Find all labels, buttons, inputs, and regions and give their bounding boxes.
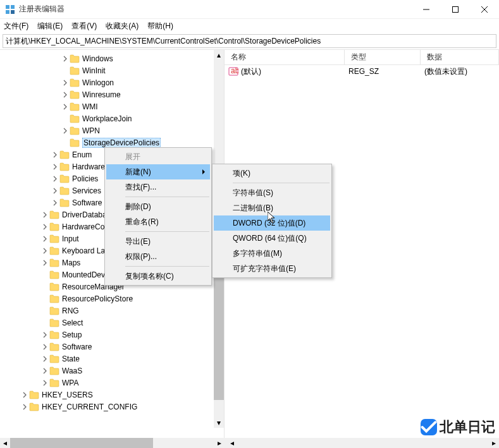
tree-item[interactable]: Software	[0, 341, 224, 353]
menu-item[interactable]: 导出(E)	[106, 234, 210, 249]
expander-icon[interactable]	[51, 162, 59, 171]
menu-item-label: QWORD (64 位)值(Q)	[233, 233, 307, 244]
menu-item[interactable]: 字符串值(S)	[214, 185, 330, 200]
app-icon	[5, 4, 15, 15]
watermark: 北单日记	[421, 418, 495, 437]
tree-item-label: Maps	[62, 258, 80, 267]
tree-item[interactable]: WMI	[0, 100, 224, 112]
folder-icon	[29, 390, 39, 399]
values-scrollbar-horizontal[interactable]: ◂ ▸	[227, 438, 499, 448]
menu-item[interactable]: 新建(N)	[106, 164, 210, 179]
menu-item[interactable]: 查找(F)...	[106, 179, 210, 195]
menu-item[interactable]: 权限(P)...	[106, 249, 210, 264]
expander-icon[interactable]	[61, 54, 70, 63]
folder-icon	[49, 246, 59, 255]
expander-icon[interactable]	[40, 330, 49, 339]
menu-item[interactable]: QWORD (64 位)值(Q)	[214, 231, 330, 246]
tree-item[interactable]: State	[0, 353, 224, 365]
expander-icon[interactable]	[51, 174, 59, 183]
menu-view[interactable]: 查看(V)	[71, 21, 97, 32]
expander-icon[interactable]	[40, 366, 49, 375]
expander-icon[interactable]	[51, 198, 59, 207]
tree-item[interactable]: Setup	[0, 329, 224, 341]
expander-icon[interactable]	[40, 234, 49, 243]
tree-item[interactable]: WPN	[0, 124, 224, 136]
tree-item-label: WPA	[62, 378, 78, 387]
expander-icon[interactable]	[61, 90, 70, 99]
folder-icon	[49, 294, 59, 303]
menu-item-label: 字符串值(S)	[233, 188, 273, 198]
menu-item[interactable]: 可扩充字符串值(E)	[214, 261, 330, 276]
tree-item-label: DriverDataba	[62, 210, 107, 219]
menu-item[interactable]: 项(K)	[214, 166, 330, 181]
tree-item[interactable]: Winresume	[0, 88, 224, 100]
expander-icon[interactable]	[40, 246, 49, 255]
menu-item[interactable]: 删除(D)	[106, 199, 210, 214]
expander-none	[40, 294, 49, 303]
tree-item[interactable]: HKEY_CURRENT_CONFIG	[0, 401, 224, 413]
folder-icon	[49, 378, 59, 387]
horizontal-scrollbars: ◂ ▸ ◂ ▸	[0, 438, 499, 448]
folder-icon	[70, 54, 80, 63]
expander-icon[interactable]	[51, 150, 59, 159]
menu-item[interactable]: 多字符串值(M)	[214, 246, 330, 261]
column-name[interactable]: 名称	[225, 50, 345, 64]
menu-item-label: 复制项名称(C)	[125, 271, 174, 282]
tree-item[interactable]: WorkplaceJoin	[0, 112, 224, 124]
tree-item[interactable]: WaaS	[0, 365, 224, 377]
column-data[interactable]: 数据	[421, 50, 499, 64]
expander-icon[interactable]	[40, 378, 49, 387]
expander-icon[interactable]	[40, 354, 49, 363]
expander-icon[interactable]	[20, 390, 29, 399]
menu-edit[interactable]: 编辑(E)	[37, 21, 63, 32]
tree-item[interactable]: Windows	[0, 52, 224, 64]
folder-icon	[70, 126, 80, 135]
folder-icon	[49, 318, 59, 327]
window-title: 注册表编辑器	[19, 4, 412, 15]
folder-icon	[49, 258, 59, 267]
context-menu: 展开新建(N)查找(F)...删除(D)重命名(R)导出(E)权限(P)...复…	[104, 147, 212, 286]
tree-item[interactable]: Winlogon	[0, 76, 224, 88]
tree-item[interactable]: WinInit	[0, 64, 224, 76]
minimize-button[interactable]	[412, 0, 441, 19]
menu-favorites[interactable]: 收藏夹(A)	[106, 21, 139, 32]
column-type[interactable]: 类型	[345, 50, 421, 64]
address-bar[interactable]: 计算机\HKEY_LOCAL_MACHINE\SYSTEM\CurrentCon…	[3, 34, 496, 48]
tree-item[interactable]: RNG	[0, 305, 224, 317]
tree-item-label: Winresume	[82, 90, 121, 99]
close-button[interactable]	[470, 0, 499, 19]
expander-icon[interactable]	[51, 186, 59, 195]
tree-item[interactable]: HKEY_USERS	[0, 389, 224, 401]
menu-file[interactable]: 文件(F)	[4, 21, 28, 32]
menu-item[interactable]: 重命名(R)	[106, 214, 210, 229]
folder-icon	[70, 102, 80, 111]
menu-item-label: 可扩充字符串值(E)	[233, 263, 296, 274]
expander-icon[interactable]	[61, 126, 70, 135]
folder-icon	[49, 234, 59, 243]
expander-icon[interactable]	[40, 342, 49, 351]
menu-item[interactable]: 复制项名称(C)	[106, 269, 210, 284]
folder-icon	[59, 150, 70, 159]
menu-separator	[125, 231, 209, 232]
tree-item-label: Software	[72, 198, 102, 207]
expander-icon[interactable]	[61, 78, 70, 87]
tree-item[interactable]: Select	[0, 317, 224, 329]
expander-none	[40, 318, 49, 327]
list-row[interactable]: ab(默认)REG_SZ(数值未设置)	[225, 65, 499, 78]
expander-icon[interactable]	[61, 102, 70, 111]
expander-icon[interactable]	[40, 258, 49, 267]
maximize-button[interactable]	[441, 0, 470, 19]
menu-separator	[125, 266, 209, 267]
tree-scrollbar-horizontal[interactable]: ◂ ▸	[0, 438, 225, 448]
folder-icon	[49, 366, 59, 375]
tree-item[interactable]: WPA	[0, 377, 224, 389]
menu-help[interactable]: 帮助(H)	[147, 21, 173, 32]
folder-icon	[49, 270, 59, 279]
expander-icon[interactable]	[40, 222, 49, 231]
expander-icon[interactable]	[20, 403, 29, 411]
folder-icon	[59, 174, 70, 183]
expander-icon[interactable]	[40, 210, 49, 219]
folder-icon	[70, 90, 80, 99]
expander-none	[61, 66, 70, 75]
tree-item[interactable]: ResourcePolicyStore	[0, 293, 224, 305]
